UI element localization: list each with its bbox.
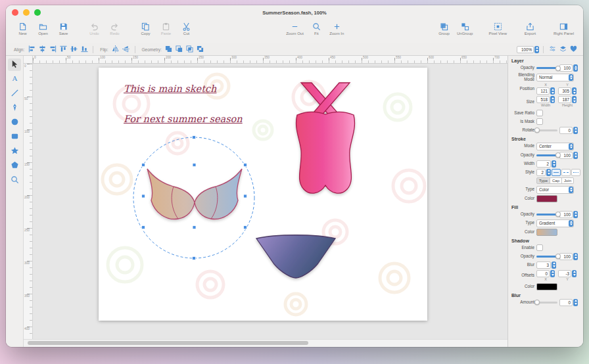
canvas-viewport[interactable]: This is main sketch For next summer seas… (33, 64, 507, 339)
stepper-button[interactable] (572, 87, 577, 95)
align-right-button[interactable] (48, 45, 57, 54)
mode-dropdown[interactable]: Center (536, 143, 574, 150)
flip-h-button[interactable] (111, 45, 120, 54)
stroke-style-solid-button[interactable] (552, 169, 561, 176)
toolbar-copy-button[interactable]: Copy (135, 20, 156, 35)
number-field[interactable]: 100 (559, 211, 578, 218)
stepper-button[interactable] (569, 143, 573, 150)
type-dropdown[interactable]: Color (536, 186, 574, 194)
selection-handle[interactable] (142, 194, 145, 198)
stepper-button[interactable] (552, 262, 556, 269)
stepper-button[interactable] (572, 270, 577, 277)
stepper-button[interactable] (550, 270, 555, 277)
number-field[interactable]: 518 (536, 96, 555, 103)
toolbar-open-button[interactable]: Open (33, 20, 53, 35)
color-swatch[interactable] (536, 195, 557, 202)
tool-ellipse[interactable] (8, 116, 21, 129)
selection-handle[interactable] (142, 226, 145, 229)
number-field[interactable]: 100 (559, 152, 578, 159)
stepper-button[interactable] (573, 127, 578, 134)
stepper-button[interactable] (573, 253, 578, 260)
number-field[interactable]: 100 (559, 64, 578, 72)
slider[interactable] (536, 129, 557, 131)
selection-handle[interactable] (193, 136, 196, 139)
stroke-style-dotted-button[interactable] (571, 169, 580, 176)
checkbox[interactable] (536, 244, 543, 251)
stepper-button[interactable] (572, 96, 577, 103)
stepper-button[interactable] (550, 87, 555, 95)
toolbar-save-button[interactable]: Save (53, 20, 74, 35)
selection-handle[interactable] (193, 257, 196, 260)
toolbar-group-button[interactable]: Group (434, 20, 454, 35)
minimize-window-button[interactable] (23, 9, 30, 16)
artboard[interactable]: This is main sketch For next summer seas… (99, 68, 427, 321)
toolbar-ungroup-button[interactable]: UnGroup (454, 20, 475, 35)
stepper-button[interactable] (573, 152, 578, 159)
toolbar-new-button[interactable]: New (12, 20, 33, 35)
stepper-button[interactable] (573, 211, 578, 218)
align-left-button[interactable] (27, 45, 36, 54)
canvas-text-season[interactable]: For next summer season (124, 114, 243, 124)
blur-field[interactable]: 3 (536, 262, 556, 269)
stepper-button[interactable] (569, 220, 573, 227)
slider[interactable] (536, 302, 557, 304)
slider[interactable] (536, 67, 557, 69)
scrollbar-thumb[interactable] (28, 341, 308, 345)
number-field[interactable]: 121 (536, 87, 555, 95)
tab-cap[interactable]: Cap (550, 177, 562, 184)
number-field[interactable]: 0 (536, 270, 555, 277)
adjust-button[interactable] (548, 45, 557, 54)
slider[interactable] (536, 214, 557, 216)
number-field[interactable]: -3 (558, 270, 577, 277)
swimsuit-body[interactable] (296, 112, 355, 193)
tab-type[interactable]: Type (536, 177, 550, 184)
slider-knob[interactable] (534, 127, 540, 133)
number-field[interactable]: 187 (558, 96, 577, 103)
slider[interactable] (536, 256, 557, 258)
tool-text[interactable]: A (8, 73, 21, 85)
selection-handle[interactable] (142, 164, 145, 167)
selection-handle[interactable] (244, 194, 247, 198)
slider-knob[interactable] (534, 300, 540, 305)
fullscreen-window-button[interactable] (34, 9, 41, 16)
width-field[interactable]: 2 (536, 160, 556, 168)
checkbox[interactable] (536, 110, 543, 116)
toolbar-paste-button[interactable]: Paste (156, 20, 176, 35)
color-swatch[interactable] (536, 229, 557, 236)
swimsuit-shape[interactable] (296, 83, 355, 193)
stepper-button[interactable] (573, 64, 578, 72)
stepper-button[interactable] (552, 160, 556, 168)
align-bottom-button[interactable] (80, 45, 89, 54)
toolbar-fit-button[interactable]: Fit (306, 20, 327, 35)
stepper-button[interactable] (569, 187, 573, 193)
zoom-level-field[interactable]: 100% (517, 46, 539, 53)
geo-union-button[interactable] (164, 45, 174, 54)
tool-zoom[interactable] (8, 174, 21, 187)
number-field[interactable]: 100 (559, 253, 578, 260)
blending-mode-dropdown[interactable]: Normal (536, 74, 574, 81)
selection-handle[interactable] (244, 226, 247, 229)
bikini-bottom-body[interactable] (256, 235, 335, 278)
stepper-button[interactable] (569, 74, 573, 81)
toolbar-cut-button[interactable]: Cut (176, 20, 197, 35)
slider-knob[interactable] (555, 254, 561, 259)
selection-handle[interactable] (244, 164, 247, 167)
heart-button[interactable] (569, 45, 578, 54)
selection-handle[interactable] (193, 164, 196, 167)
toolbar-zoom-in-button[interactable]: Zoom In (327, 20, 347, 35)
number-field[interactable]: 0 (559, 299, 578, 306)
geo-exclude-button[interactable] (196, 45, 205, 54)
flip-v-button[interactable] (122, 45, 131, 54)
stepper-button[interactable] (573, 299, 578, 306)
slider-knob[interactable] (555, 66, 561, 71)
checkbox[interactable] (536, 118, 543, 125)
number-field[interactable]: 2 (536, 169, 551, 176)
canvas-text-main-sketch[interactable]: This is main sketch (124, 83, 216, 94)
number-field[interactable]: 305 (558, 87, 577, 95)
color-swatch[interactable] (536, 283, 557, 290)
slider[interactable] (536, 154, 557, 156)
toolbar-right-panel-button[interactable]: Right Panel (551, 20, 577, 35)
tool-rectangle[interactable] (8, 131, 21, 143)
close-window-button[interactable] (12, 9, 18, 16)
type-dropdown[interactable]: Gradient (536, 219, 574, 227)
